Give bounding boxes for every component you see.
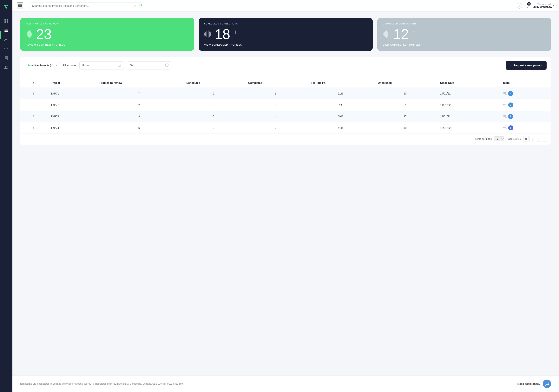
notification-badge: 10 [527,2,531,6]
svg-rect-10 [4,29,8,29]
cell-units: 59 [374,122,436,134]
pagination-row: Items per page: 5 10 25 Page 1 of 10 ⟨⟨ … [20,134,551,141]
last-page-button[interactable]: ⟩⟩ [542,136,547,141]
calendar-icon-to [165,64,168,67]
col-project: Project [47,78,95,88]
first-page-button[interactable]: ⟨⟨ [523,136,529,141]
cell-scheduled: 0 [183,122,244,134]
cell-completed: 4 [244,111,307,122]
main-content: ✕ ? 10 Welcome back, Emily Bradshaw ▾ [12,0,559,392]
dropdown-chevron: ▾ [56,64,57,67]
page-nav: ⟨⟨ ‹ › ⟩⟩ [523,136,547,141]
search-icon[interactable] [139,4,142,8]
sidebar-active-indicator [0,31,1,39]
scheduled-card[interactable]: SCHEDULED CONNECTIONS 18 ↑ VIEW SCHEDULE… [199,18,373,51]
table-row[interactable]: 4 TXP74 5 0 2 51% 59 12/01/22 5 [20,122,551,134]
cell-units: 53 [374,88,436,99]
svg-rect-6 [4,19,6,20]
cell-team: 2 [499,111,551,122]
new-project-label: Request a new project [513,64,542,67]
per-page-select[interactable]: 5 10 25 [494,136,504,141]
cell-completed: 9 [244,88,307,99]
filter-row: Active Projects (4) ▾ Filter dates [20,57,551,74]
cell-close-date: 13/01/22 [436,111,499,122]
svg-point-37 [505,104,506,105]
menu-button[interactable] [17,2,23,9]
user-info[interactable]: Welcome back, Emily Bradshaw ▾ [533,3,554,8]
col-units: Units used [374,78,436,88]
svg-point-34 [503,92,505,93]
scheduled-arrow: ↑ [234,29,237,35]
svg-rect-11 [4,30,8,31]
svg-point-39 [505,115,506,116]
sidebar-item-dashboard[interactable] [2,17,10,25]
logo[interactable] [3,3,10,11]
table-row[interactable]: 2 TXP72 2 0 5 7% 7 11/01/22 3 [20,99,551,111]
svg-line-25 [141,6,142,7]
scheduled-action[interactable]: VIEW SCHEDULED PROFILES → [204,44,367,46]
sidebar-item-people[interactable] [2,64,10,71]
cell-scheduled: 0 [183,111,244,122]
project-dropdown-label: Active Projects (4) [31,64,53,67]
sidebar-item-scale[interactable] [2,45,10,53]
cell-scheduled: 6 [183,88,244,99]
cell-project: TXP74 [47,122,95,134]
new-profiles-card[interactable]: NEW PROFILES TO REVIEW 23 ↑ REVIEW YOUR … [20,18,194,51]
cell-profiles: 9 [96,111,183,122]
svg-rect-26 [118,64,121,66]
footer: techspert.io Ltd is registered in Englan… [12,375,559,392]
svg-point-24 [140,4,142,6]
header-right: ? 10 Welcome back, Emily Bradshaw ▾ [517,3,554,9]
svg-point-41 [505,127,506,128]
from-input[interactable] [82,64,116,67]
project-dropdown[interactable]: Active Projects (4) ▾ [25,62,60,69]
cell-close-date: 12/01/22 [436,122,499,134]
sidebar-item-analytics[interactable] [2,36,10,44]
svg-point-36 [503,104,505,105]
cell-completed: 2 [244,122,307,134]
next-page-button[interactable]: › [536,136,541,141]
svg-rect-22 [18,5,22,6]
new-profiles-action[interactable]: REVIEW YOUR NEW PROFILES → [26,44,189,46]
cell-id: 2 [20,99,47,111]
welcome-text: Welcome back, [533,3,552,5]
cell-units: 47 [374,111,436,122]
svg-rect-8 [4,21,6,23]
help-button[interactable]: ? [517,3,522,9]
to-input[interactable] [130,64,164,67]
new-project-button[interactable]: + Request a new project [506,61,547,70]
scheduled-label: SCHEDULED CONNECTIONS [204,22,367,25]
cell-profiles: 2 [96,99,183,111]
search-input[interactable] [28,2,144,9]
completed-card[interactable]: COMPLETED CONNECTIONS 12 ↑ VIEW COMPLETE… [377,18,551,51]
need-assistance-label: Need assistance? [517,382,540,385]
user-name: Emily Bradshaw [533,5,552,8]
notification-button[interactable]: 10 [525,3,530,8]
cell-project: TXP71 [47,88,95,99]
cell-team: 3 [499,99,551,111]
completed-number-row: 12 ↑ [383,27,546,41]
cards-row: NEW PROFILES TO REVIEW 23 ↑ REVIEW YOUR … [20,18,551,51]
table-row[interactable]: 1 TXP71 7 6 9 51% 53 14/01/22 4 [20,88,551,99]
sidebar-item-doc[interactable] [2,54,10,62]
user-dropdown-icon[interactable]: ▾ [553,4,554,7]
chat-button[interactable] [543,380,551,388]
sidebar-item-list[interactable] [2,26,10,34]
per-page-label: Items per page: [475,137,493,140]
svg-point-40 [503,127,505,128]
cell-id: 4 [20,122,47,134]
from-date-input[interactable] [79,61,124,69]
col-close-date: Close Date [436,78,499,88]
table-row[interactable]: 3 TXP73 9 0 4 69% 47 13/01/22 2 [20,111,551,122]
to-date-input[interactable] [127,61,171,69]
prev-page-button[interactable]: ‹ [530,136,535,141]
svg-point-35 [505,93,506,93]
svg-rect-12 [4,31,8,32]
completed-action[interactable]: VIEW COMPLETED PROFILES → [383,44,546,46]
completed-number: 12 [393,27,409,41]
svg-rect-9 [7,21,8,23]
search-clear-icon[interactable]: ✕ [134,4,137,8]
col-profiles: Profiles to review [96,78,183,88]
cell-fill-rate: 7% [307,99,374,111]
cell-profiles: 5 [96,122,183,134]
